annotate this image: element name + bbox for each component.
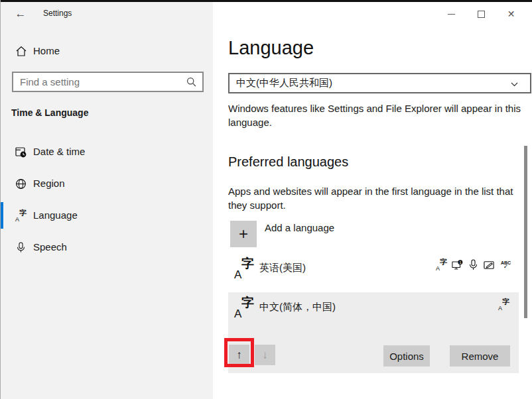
sidebar-item-language[interactable]: 字 A Language bbox=[1, 202, 213, 229]
microphone-icon bbox=[15, 242, 27, 253]
sidebar-item-label: Date & time bbox=[33, 146, 85, 157]
language-pack-icon: 字 A bbox=[498, 299, 509, 310]
sidebar-item-home[interactable]: Home bbox=[1, 40, 213, 63]
search-icon bbox=[186, 77, 196, 87]
handwriting-icon bbox=[484, 259, 495, 271]
language-icon: 字 A bbox=[15, 210, 27, 221]
svg-text:1: 1 bbox=[459, 260, 461, 264]
maximize-icon bbox=[478, 11, 485, 18]
home-icon bbox=[15, 46, 27, 57]
sidebar-item-label: Language bbox=[33, 209, 78, 221]
close-icon: ✕ bbox=[507, 9, 515, 19]
search-box[interactable] bbox=[12, 72, 204, 92]
sidebar-item-date-time[interactable]: Date & time bbox=[1, 139, 213, 165]
chevron-down-icon bbox=[511, 82, 518, 87]
windows-display-language-dropdown[interactable]: 中文(中华人民共和国) bbox=[228, 73, 531, 93]
language-name: 英语(美国) bbox=[259, 262, 306, 274]
dropdown-value: 中文(中华人民共和国) bbox=[236, 77, 332, 89]
sidebar-item-label: Speech bbox=[33, 241, 67, 253]
settings-window: ← Settings Home Time & Language bbox=[0, 0, 532, 399]
close-button[interactable]: ✕ bbox=[496, 5, 526, 23]
display-language-icon: 1 bbox=[452, 259, 463, 271]
move-up-button[interactable]: ↑ bbox=[229, 345, 249, 365]
maximize-button[interactable] bbox=[466, 5, 496, 23]
language-pack-icon: 字 A bbox=[436, 259, 447, 270]
back-button[interactable]: ← bbox=[13, 6, 29, 22]
preferred-languages-title: Preferred languages bbox=[228, 154, 348, 170]
sidebar-item-label: Region bbox=[33, 178, 65, 189]
search-input[interactable] bbox=[20, 74, 179, 89]
sidebar-section-title: Time & Language bbox=[11, 107, 88, 118]
globe-icon bbox=[15, 178, 27, 190]
sidebar-item-region[interactable]: Region bbox=[1, 170, 213, 197]
main-content: ✕ Language 中文(中华人民共和国) Windows features … bbox=[213, 2, 532, 399]
selected-accent-bar bbox=[1, 202, 3, 229]
move-down-button[interactable]: ↓ bbox=[255, 345, 275, 365]
scrollbar-thumb[interactable] bbox=[524, 146, 527, 318]
language-feature-icons: 字 A 1 bbox=[436, 259, 512, 271]
language-name: 中文(简体，中国) bbox=[259, 301, 336, 314]
language-row-english[interactable]: 字 A 英语(美国) 字 A 1 bbox=[228, 253, 519, 288]
language-pack-icon: 字 A bbox=[234, 258, 254, 280]
page-title: Language bbox=[228, 37, 314, 59]
speech-icon bbox=[468, 259, 479, 271]
up-arrow-icon: ↑ bbox=[236, 349, 242, 361]
minimize-button[interactable] bbox=[436, 5, 466, 23]
minimize-icon bbox=[448, 14, 455, 15]
spellcheck-icon: ABC ✓ bbox=[499, 259, 512, 269]
language-pack-icon: 字 A bbox=[234, 297, 254, 319]
options-button[interactable]: Options bbox=[383, 345, 430, 367]
window-controls: ✕ bbox=[436, 5, 526, 23]
sidebar: ← Settings Home Time & Language bbox=[1, 2, 213, 399]
remove-button[interactable]: Remove bbox=[450, 345, 510, 367]
preferred-languages-description: Apps and websites will appear in the fir… bbox=[228, 184, 517, 212]
add-language-label: Add a language bbox=[265, 222, 334, 233]
plus-icon: + bbox=[239, 225, 248, 243]
sidebar-item-speech[interactable]: Speech bbox=[1, 234, 213, 260]
app-title: Settings bbox=[43, 9, 72, 18]
add-language-button[interactable]: + bbox=[230, 221, 257, 247]
display-language-description: Windows features like Settings and File … bbox=[228, 101, 523, 129]
calendar-clock-icon bbox=[15, 146, 27, 158]
language-row-chinese[interactable]: 字 A 中文(简体，中国) 字 A ↑ ↓ Options Remove bbox=[228, 292, 519, 373]
sidebar-item-label: Home bbox=[33, 45, 60, 56]
down-arrow-icon: ↓ bbox=[262, 349, 268, 361]
back-arrow-icon: ← bbox=[15, 7, 27, 20]
window-top-border bbox=[1, 0, 532, 2]
